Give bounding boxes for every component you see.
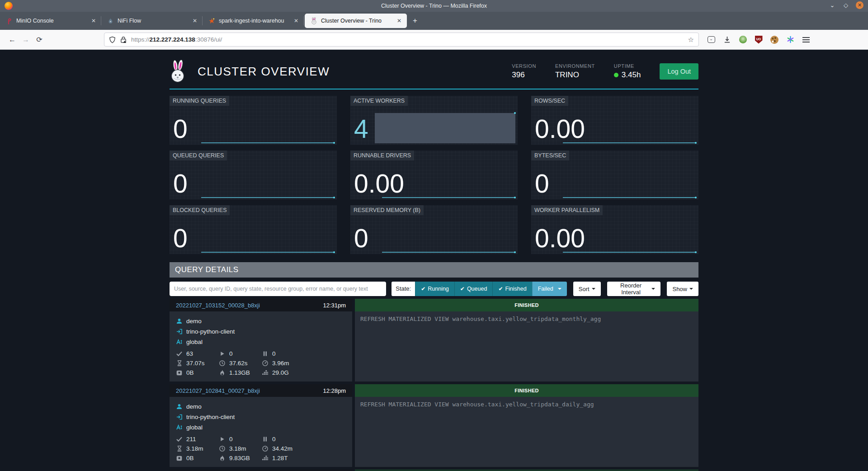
check-icon: ✔ (498, 286, 503, 292)
cumulative-memory: 1.28T (272, 455, 288, 462)
pocket-icon[interactable]: ⌄ (706, 35, 716, 45)
chevron-down-icon (592, 288, 595, 290)
lock-warning-icon[interactable] (120, 36, 127, 43)
splits-completed-icon (176, 351, 183, 356)
query-user: demo (186, 403, 202, 410)
splits-queued-icon (262, 351, 269, 356)
window-maximize-icon[interactable]: ◇ (842, 2, 849, 9)
filter-failed-dropdown[interactable]: Failed (532, 282, 567, 296)
stat-label: ACTIVE WORKERS (350, 96, 408, 106)
wall-time: 37.07s (186, 360, 205, 367)
query-id-link[interactable]: 20221027_103152_00028_b8xji (176, 302, 260, 309)
trino-logo-icon (170, 60, 186, 83)
nifi-icon (107, 17, 114, 24)
show-dropdown[interactable]: Show (667, 282, 698, 296)
tab-nifi-flow[interactable]: NiFi Flow ✕ (101, 12, 203, 30)
stat-label: WORKER PARALLELISM (531, 205, 603, 215)
page-title: CLUSTER OVERVIEW (198, 65, 330, 79)
cpu-time-clock-icon (219, 446, 226, 452)
splits-completed: 63 (186, 350, 193, 357)
version-label: VERSION (512, 63, 536, 69)
reorder-interval-dropdown[interactable]: Reorder Interval (607, 282, 661, 296)
tracking-shield-icon[interactable] (109, 36, 116, 43)
query-filter-bar: State: ✔Running ✔Queued ✔Finished Failed… (170, 282, 698, 296)
filter-queued-button[interactable]: ✔Queued (454, 282, 493, 296)
check-icon: ✔ (421, 286, 425, 292)
query-time: 12:31pm (323, 302, 346, 309)
uptime-value: 3.45h (622, 71, 641, 80)
query-text-panel: REFRESH MATERIALIZED VIEW warehouse.taxi… (355, 311, 698, 382)
stat-tile-blocked-queries: BLOCKED QUERIES 0 (170, 205, 337, 254)
uptime-label: UPTIME (614, 63, 641, 69)
stat-label: RUNNING QUERIES (170, 96, 229, 106)
stat-tile-running-queries: RUNNING QUERIES 0 (170, 96, 337, 145)
gauge-icon (262, 446, 269, 452)
uptime-block: UPTIME 3.45h (614, 63, 641, 80)
url-bar[interactable]: https://212.227.224.138:30876/ui/ ☆ (104, 33, 699, 47)
app-header: CLUSTER OVERVIEW VERSION 396 ENVIRONMENT… (170, 50, 698, 89)
downloads-icon[interactable] (722, 35, 732, 45)
stat-tile-worker-parallelism: WORKER PARALLELISM 0.00 (531, 205, 698, 254)
cumulative-time: 3.96m (272, 360, 289, 367)
tab-cluster-overview[interactable]: Cluster Overview - Trino ✕ (305, 14, 407, 28)
browser-toolbar: ← → ⟳ https://212.227.224.138:30876/ui/ … (0, 30, 868, 50)
environment-value: TRINO (555, 71, 595, 80)
forward-button[interactable]: → (19, 33, 33, 47)
environment-block: ENVIRONMENT TRINO (555, 63, 595, 80)
query-header: 20221027_102841_00026_b8xji 12:28pm (170, 470, 352, 471)
sort-dropdown[interactable]: Sort (573, 282, 601, 296)
window-minimize-icon[interactable]: ⌄ (829, 2, 836, 9)
stat-value: 0 (173, 226, 188, 251)
tab-close-icon[interactable]: ✕ (292, 17, 300, 25)
sparkline-area (375, 113, 515, 143)
filter-running-button[interactable]: ✔Running (415, 282, 454, 296)
filter-finished-button[interactable]: ✔Finished (492, 282, 532, 296)
cpu-time-clock-icon (219, 360, 226, 366)
extension-green-icon[interactable] (738, 35, 748, 45)
check-icon: ✔ (460, 286, 465, 292)
memory-scale-icon (176, 456, 183, 461)
window-close-icon[interactable]: ✕ (856, 1, 863, 9)
wall-time-hourglass-icon (176, 446, 183, 452)
query-search-input[interactable] (170, 282, 386, 296)
query-id-link[interactable]: 20221027_102841_00027_b8xji (176, 387, 260, 394)
query-row: 20221027_102841_00026_b8xji 12:28pm FINI… (170, 470, 698, 471)
sparkline (563, 252, 696, 253)
environment-label: ENVIRONMENT (555, 63, 595, 69)
cumulative-memory: 29.0G (272, 369, 289, 376)
cluster-stats-grid: RUNNING QUERIES 0 ACTIVE WORKERS 4 ROWS/… (170, 96, 698, 254)
wall-time-hourglass-icon (176, 360, 183, 366)
tab-spark-notebook[interactable]: spark-ingest-into-warehou ✕ (203, 12, 304, 30)
version-block: VERSION 396 (512, 63, 536, 80)
multicolor-extension-icon[interactable] (785, 35, 795, 45)
cumulative-time: 34.42m (272, 445, 292, 452)
new-tab-button[interactable]: + (408, 12, 422, 30)
tab-close-icon[interactable]: ✕ (395, 17, 403, 25)
memory-scale-icon (176, 370, 183, 376)
cookie-extension-icon[interactable] (769, 35, 779, 45)
query-sql-text: REFRESH MATERIALIZED VIEW warehouse.taxi… (360, 316, 693, 322)
tab-minio-console[interactable]: MinIO Console ✕ (0, 12, 101, 30)
source-signin-icon (176, 414, 183, 420)
stat-label: BYTES/SEC (531, 151, 569, 160)
query-header: 20221027_103152_00028_b8xji 12:31pm (170, 299, 352, 311)
menu-hamburger-icon[interactable] (801, 35, 811, 45)
back-button[interactable]: ← (5, 33, 19, 47)
gauge-icon (262, 360, 269, 366)
reload-button[interactable]: ⟳ (33, 33, 46, 47)
tab-close-icon[interactable]: ✕ (90, 17, 98, 25)
ublock-origin-icon[interactable]: UO (754, 35, 764, 45)
logout-button[interactable]: Log Out (660, 63, 698, 80)
current-memory: 0B (186, 369, 194, 376)
sparkline (201, 252, 335, 253)
stat-value: 0.00 (535, 116, 585, 142)
stat-tile-runnable-drivers: RUNNABLE DRIVERS 0.00 (350, 151, 518, 199)
chevron-down-icon (651, 288, 655, 290)
splits-queued: 0 (272, 436, 276, 443)
query-sql-text: REFRESH MATERIALIZED VIEW warehouse.taxi… (360, 401, 693, 408)
tab-close-icon[interactable]: ✕ (191, 17, 199, 25)
version-value: 396 (512, 71, 536, 80)
bookmark-star-icon[interactable]: ☆ (688, 36, 694, 44)
url-text: https://212.227.224.138:30876/ui/ (131, 36, 222, 43)
cumulative-memory-chart-icon (262, 456, 269, 461)
